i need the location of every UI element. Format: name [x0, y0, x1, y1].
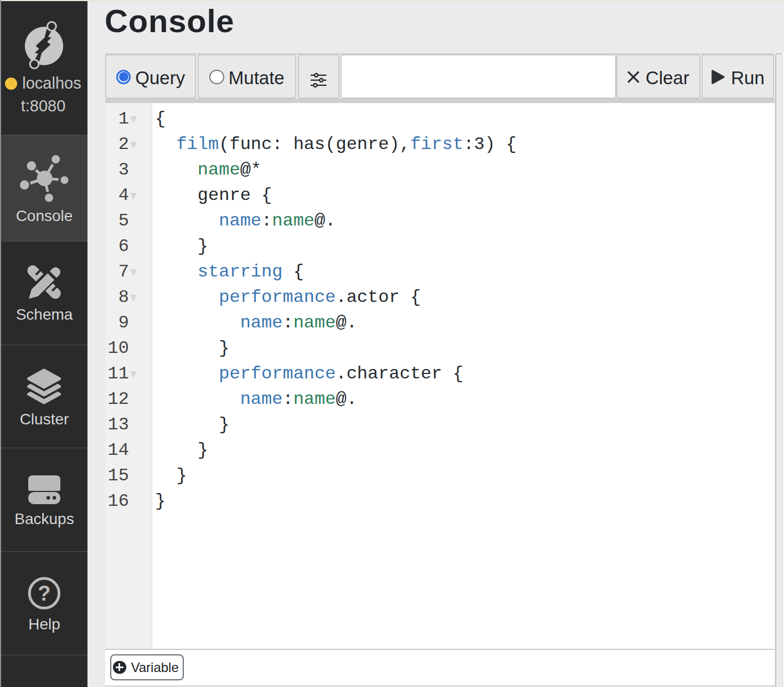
svg-text:?: ? — [38, 582, 50, 605]
